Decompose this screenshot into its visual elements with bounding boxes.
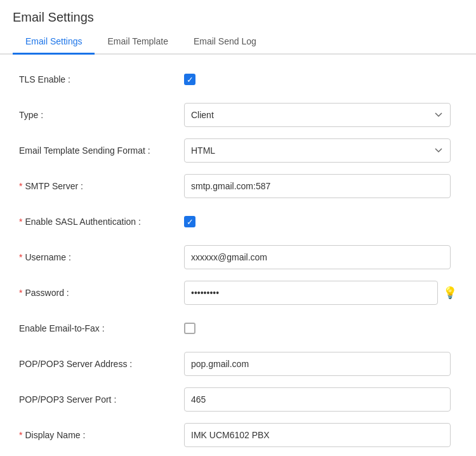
tab-email-settings[interactable]: Email Settings [13, 30, 95, 55]
smtp-server-label: * SMTP Server : [19, 181, 184, 191]
pop-port-input[interactable] [184, 387, 451, 412]
form-content: TLS Enable : ✓ Type : Client Server Emai… [0, 55, 476, 456]
tab-bar: Email Settings Email Template Email Send… [0, 30, 476, 55]
email-fax-label: Enable Email-to-Fax : [19, 323, 184, 333]
password-row: * Password : 💡 [19, 281, 457, 305]
username-row: * Username : [19, 245, 457, 269]
email-fax-row: Enable Email-to-Fax : [19, 316, 457, 340]
type-select[interactable]: Client Server [184, 103, 451, 127]
email-format-row: Email Template Sending Format : HTML Pla… [19, 138, 457, 163]
smtp-server-input[interactable] [184, 174, 451, 198]
required-star-display: * [19, 430, 22, 440]
pop-port-row: POP/POP3 Server Port : [19, 387, 457, 412]
email-fax-checkbox[interactable] [184, 323, 195, 334]
pop-server-label: POP/POP3 Server Address : [19, 359, 184, 369]
username-input[interactable] [184, 245, 451, 269]
type-label: Type : [19, 110, 184, 120]
required-star-sasl: * [19, 217, 22, 227]
type-row: Type : Client Server [19, 103, 457, 127]
display-name-label: * Display Name : [19, 430, 184, 440]
tab-email-template[interactable]: Email Template [95, 30, 180, 55]
page-title: Email Settings [0, 0, 476, 30]
tls-enable-checkbox[interactable]: ✓ [184, 74, 195, 85]
display-name-input[interactable] [184, 423, 451, 447]
password-field-group: 💡 [184, 281, 457, 305]
sasl-label: * Enable SASL Authentication : [19, 217, 184, 227]
required-star: * [19, 181, 22, 191]
pop-server-input[interactable] [184, 352, 451, 376]
tls-enable-label: TLS Enable : [19, 74, 184, 84]
email-format-label: Email Template Sending Format : [19, 145, 184, 156]
required-star-password: * [19, 288, 22, 298]
required-star-username: * [19, 252, 22, 262]
pop-port-label: POP/POP3 Server Port : [19, 394, 184, 405]
password-label: * Password : [19, 288, 184, 298]
checkmark-icon: ✓ [187, 76, 194, 84]
bulb-icon[interactable]: 💡 [443, 286, 457, 300]
tls-enable-row: TLS Enable : ✓ [19, 67, 457, 91]
email-format-select[interactable]: HTML Plain Text [184, 138, 451, 163]
smtp-server-row: * SMTP Server : [19, 174, 457, 198]
username-label: * Username : [19, 252, 184, 262]
checkmark-icon-sasl: ✓ [187, 218, 194, 226]
sasl-row: * Enable SASL Authentication : ✓ [19, 210, 457, 234]
sasl-checkbox[interactable]: ✓ [184, 216, 195, 227]
display-name-row: * Display Name : [19, 423, 457, 447]
password-input[interactable] [184, 281, 438, 305]
tab-email-send-log[interactable]: Email Send Log [181, 30, 269, 55]
pop-server-row: POP/POP3 Server Address : [19, 352, 457, 376]
